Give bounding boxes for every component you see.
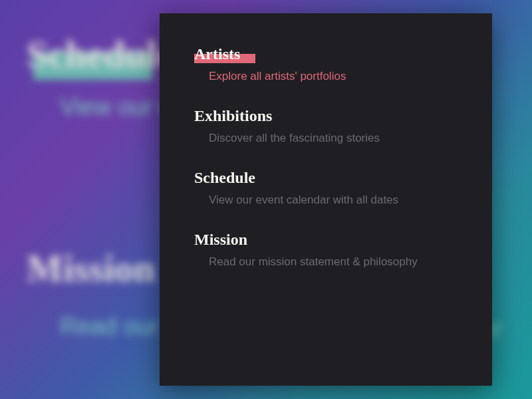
menu-title: Mission [194, 231, 247, 249]
menu-subtitle: Read our mission statement & philosophy [209, 255, 458, 269]
menu-item-mission[interactable]: Mission Read our mission statement & phi… [194, 231, 458, 269]
menu-title: Schedule [194, 169, 255, 187]
menu-title: Exhibitions [194, 107, 272, 125]
menu-item-schedule[interactable]: Schedule View our event calendar with al… [194, 169, 458, 207]
menu-panel: Artists Explore all artists' portfolios … [160, 13, 492, 386]
menu-item-artists[interactable]: Artists Explore all artists' portfolios [194, 45, 458, 83]
menu-title: Artists [194, 45, 240, 63]
menu-item-exhibitions[interactable]: Exhibitions Discover all the fascinating… [194, 107, 458, 145]
bg-title-mission: Mission [27, 246, 155, 291]
bg-title-schedule: Schedule [27, 32, 174, 76]
menu-subtitle: Discover all the fascinating stories [209, 132, 458, 145]
menu-subtitle: View our event calendar with all dates [209, 194, 458, 207]
menu-subtitle: Explore all artists' portfolios [209, 70, 458, 83]
